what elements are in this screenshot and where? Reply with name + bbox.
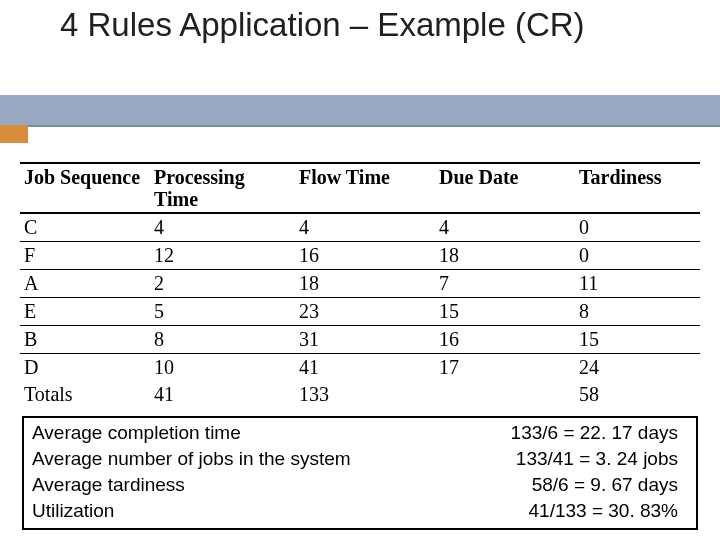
cell-proc: 5 <box>150 298 295 326</box>
cell-due: 17 <box>435 354 575 382</box>
table-row: B 8 31 16 15 <box>20 326 700 354</box>
cell-due: 4 <box>435 213 575 242</box>
rule-bar <box>0 95 720 127</box>
rule-accent <box>0 125 28 143</box>
col-tard: Tardiness <box>575 163 700 213</box>
cell-due: 7 <box>435 270 575 298</box>
cell-tard: 58 <box>575 381 700 408</box>
metric-row: Utilization 41/133 = 30. 83% <box>32 500 688 526</box>
title-rule <box>0 95 720 147</box>
cell-due <box>435 381 575 408</box>
cell-flow: 4 <box>295 213 435 242</box>
table-row: C 4 4 4 0 <box>20 213 700 242</box>
col-job: Job Sequence <box>20 163 150 213</box>
col-due: Due Date <box>435 163 575 213</box>
metric-label: Average tardiness <box>32 474 185 496</box>
metric-label: Utilization <box>32 500 114 522</box>
table-row-totals: Totals 41 133 58 <box>20 381 700 408</box>
metric-value: 41/133 = 30. 83% <box>529 500 679 522</box>
metric-row: Average completion time 133/6 = 22. 17 d… <box>32 422 688 448</box>
cell-proc: 41 <box>150 381 295 408</box>
cell-tard: 11 <box>575 270 700 298</box>
metric-value: 133/6 = 22. 17 days <box>511 422 678 444</box>
metric-row: Average tardiness 58/6 = 9. 67 days <box>32 474 688 500</box>
cell-tard: 8 <box>575 298 700 326</box>
metric-value: 133/41 = 3. 24 jobs <box>516 448 678 470</box>
cell-flow: 18 <box>295 270 435 298</box>
col-proc: Processing Time <box>150 163 295 213</box>
cell-job: F <box>20 242 150 270</box>
cell-due: 18 <box>435 242 575 270</box>
table-row: A 2 18 7 11 <box>20 270 700 298</box>
metric-row: Average number of jobs in the system 133… <box>32 448 688 474</box>
cell-job: Totals <box>20 381 150 408</box>
cell-tard: 0 <box>575 242 700 270</box>
cell-job: E <box>20 298 150 326</box>
cell-flow: 41 <box>295 354 435 382</box>
cell-proc: 10 <box>150 354 295 382</box>
metrics-box: Average completion time 133/6 = 22. 17 d… <box>22 416 698 530</box>
cell-tard: 0 <box>575 213 700 242</box>
cell-proc: 2 <box>150 270 295 298</box>
metric-value: 58/6 = 9. 67 days <box>532 474 678 496</box>
page-title: 4 Rules Application – Example (CR) <box>60 6 680 45</box>
cell-flow: 16 <box>295 242 435 270</box>
table-row: F 12 16 18 0 <box>20 242 700 270</box>
cell-proc: 12 <box>150 242 295 270</box>
cell-proc: 4 <box>150 213 295 242</box>
cell-tard: 24 <box>575 354 700 382</box>
cell-flow: 23 <box>295 298 435 326</box>
table-header-row: Job Sequence Processing Time Flow Time D… <box>20 163 700 213</box>
metric-label: Average number of jobs in the system <box>32 448 351 470</box>
cell-flow: 31 <box>295 326 435 354</box>
col-flow: Flow Time <box>295 163 435 213</box>
cell-proc: 8 <box>150 326 295 354</box>
cell-flow: 133 <box>295 381 435 408</box>
cell-job: C <box>20 213 150 242</box>
cell-job: A <box>20 270 150 298</box>
cell-job: D <box>20 354 150 382</box>
table-row: D 10 41 17 24 <box>20 354 700 382</box>
cell-tard: 15 <box>575 326 700 354</box>
cell-due: 16 <box>435 326 575 354</box>
table-row: E 5 23 15 8 <box>20 298 700 326</box>
metric-label: Average completion time <box>32 422 241 444</box>
schedule-table: Job Sequence Processing Time Flow Time D… <box>20 162 700 408</box>
cell-job: B <box>20 326 150 354</box>
slide: 4 Rules Application – Example (CR) Job S… <box>0 0 720 540</box>
cell-due: 15 <box>435 298 575 326</box>
